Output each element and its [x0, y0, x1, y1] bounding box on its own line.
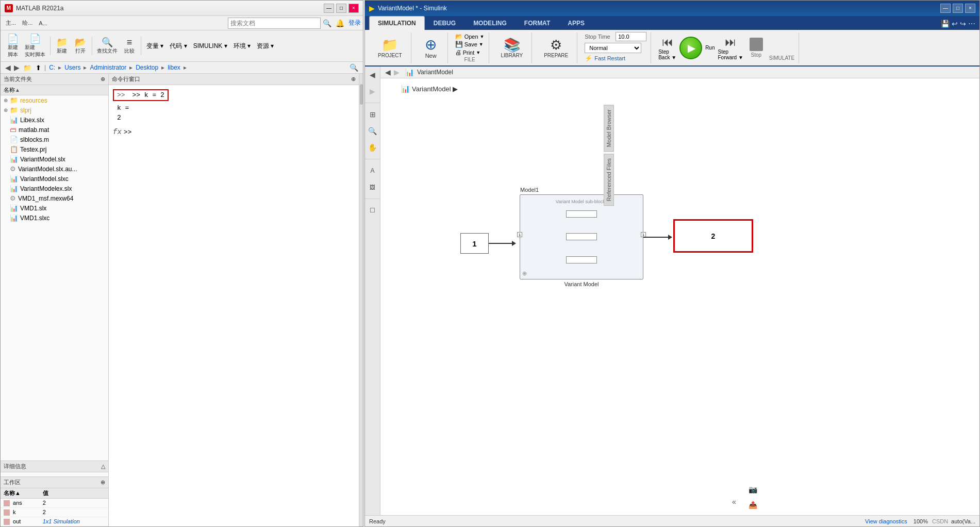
matlab-search-input[interactable] [228, 18, 321, 29]
new-script-btn[interactable]: 📄 新建脚本 [4, 32, 22, 59]
ws-col-value: 值 [40, 488, 108, 499]
file-item-matlab-mat[interactable]: ⊕ 🗃 matlab.mat [1, 125, 108, 135]
nav-libex[interactable]: libex [168, 64, 180, 71]
workspace-expand-btn[interactable]: ⊕ [101, 479, 105, 486]
print-model-btn[interactable]: 🖨 Print ▼ [455, 49, 485, 56]
nav-up-icon[interactable]: ⬆ [36, 64, 41, 72]
nav-forward-btn[interactable]: ▶ [12, 63, 21, 72]
resources-menu[interactable]: 资源 ▾ [254, 42, 277, 51]
matlab-maximize-btn[interactable]: □ [336, 4, 346, 13]
sim-zoom-in-icon[interactable]: 🔍 [367, 125, 379, 137]
open-btn[interactable]: 📂 打开 [71, 36, 90, 56]
run-btn[interactable]: ▶ [679, 37, 702, 59]
view-diagnostics-link[interactable]: View diagnostics [865, 518, 907, 524]
nav-folder-icon[interactable]: 📁 [23, 64, 31, 72]
find-files-btn[interactable]: 🔍 查找文件 [94, 36, 120, 56]
login-btn[interactable]: 登录 [348, 19, 361, 27]
tab-format[interactable]: FORMAT [516, 16, 559, 30]
file-item-variantmodel-slxc[interactable]: ⊕ 📊 VariantModel.slxc [1, 174, 108, 184]
cmd-scroll[interactable] [359, 74, 363, 526]
sim-close-btn[interactable]: × [965, 4, 975, 13]
file-item-variantmodel-au[interactable]: ⊕ ⚙ VariantModel.slx.au... [1, 164, 108, 174]
file-item-libex[interactable]: ⊕ 📊 Libex.slx [1, 115, 108, 125]
sim-save-toolbar-icon[interactable]: 💾 [941, 20, 950, 28]
file-name-variantmodel-au: VariantModel.slx.au... [18, 166, 77, 173]
sim-redo-icon[interactable]: ↪ [960, 20, 966, 28]
bell-icon[interactable]: 🔔 [336, 19, 344, 27]
simulink-body: ◀ ▶ ⊞ 🔍 ✋ A 🖼 ☐ ◀ ▶ 📊 VariantModel [365, 67, 979, 515]
tab-modeling[interactable]: MODELING [464, 16, 516, 30]
sim-image-icon[interactable]: 🖼 [367, 181, 379, 193]
screenshot-icon[interactable]: 📷 [746, 483, 759, 496]
display-block[interactable]: 2 [673, 219, 753, 253]
new-model-btn[interactable]: ⊕ New [419, 35, 443, 61]
file-item-slblocks[interactable]: ⊕ 📄 slblocks.m [1, 135, 108, 144]
library-btn[interactable]: 📚 LIBRARY [496, 35, 528, 61]
sim-pan-icon[interactable]: ✋ [367, 141, 379, 154]
open-model-btn[interactable]: 📂 Open ▼ [455, 33, 485, 40]
menu-draw[interactable]: 绘... [19, 19, 36, 27]
save-model-btn[interactable]: 💾 Save ▼ [455, 41, 485, 48]
file-item-resources[interactable]: ⊕ 📁 resources [1, 95, 108, 105]
var-menu[interactable]: 变量 ▾ [143, 42, 167, 51]
stop-btn[interactable]: Stop [746, 36, 766, 60]
nav-admin[interactable]: Administrator [90, 64, 126, 71]
file-item-variantmodel[interactable]: ⊕ 📊 VariantModel.slx [1, 154, 108, 164]
file-item-slprj[interactable]: ⊕ 📁 slprj [1, 105, 108, 115]
step-back-btn[interactable]: ⏮ StepBack ▼ [658, 36, 676, 60]
file-item-vmd1-mex[interactable]: ⊕ ⚙ VMD1_msf.mexw64 [1, 193, 108, 203]
nav-c-drive[interactable]: C: [49, 64, 55, 71]
matlab-minimize-btn[interactable]: — [324, 4, 334, 13]
matlab-close-btn[interactable]: × [348, 4, 359, 13]
sim-undo-icon[interactable]: ↩ [952, 20, 958, 28]
model1-block[interactable]: Model1 Variant Model sub-blocks 1 1 Vari… [520, 194, 643, 279]
collapse-panel-btn[interactable]: « [732, 498, 736, 506]
new-btn[interactable]: 📁 新建 [53, 36, 71, 56]
file-item-testex[interactable]: ⊕ 📋 Testex.prj [1, 144, 108, 154]
tab-simulation[interactable]: SIMULATION [369, 16, 425, 30]
compare-btn[interactable]: ≡ 比较 [120, 36, 139, 56]
model1-expand-icon[interactable]: ⊕ [522, 270, 527, 277]
nav-search-btn[interactable]: 🔍 [348, 63, 360, 72]
sim-addr-fwd-btn[interactable]: ▶ [392, 68, 401, 76]
cmd-content-area[interactable]: >> >> k = 2 k = 2 fx >> [109, 85, 359, 526]
constant-block[interactable]: 1 [460, 233, 489, 254]
sim-annotation-icon[interactable]: A [367, 164, 379, 177]
bottom-left-icons: 📷 📤 [746, 483, 759, 511]
nav-desktop[interactable]: Desktop [136, 64, 158, 71]
nav-back-btn[interactable]: ◀ [4, 63, 12, 72]
file-item-vmd1-slx[interactable]: ⊕ 📊 VMD1.slx [1, 203, 108, 213]
step-forward-btn[interactable]: ⏭ StepForward ▼ [718, 36, 743, 60]
sim-nav-back-icon[interactable]: ◀ [367, 69, 379, 81]
tab-debug[interactable]: DEBUG [425, 16, 464, 30]
project-btn[interactable]: 📁 PROJECT [373, 35, 407, 61]
fast-restart-row[interactable]: ⚡ Fast Restart [585, 55, 646, 62]
menu-a[interactable]: A... [36, 20, 51, 26]
referenced-files-tab[interactable]: Referenced Files [604, 154, 614, 206]
sim-minimize-btn[interactable]: — [940, 4, 951, 13]
file-item-variantmodelex[interactable]: ⊕ 📊 VariantModelex.slx [1, 184, 108, 193]
file-panel-expand-btn[interactable]: ⊕ [101, 76, 105, 83]
details-expand-btn[interactable]: △ [101, 463, 105, 470]
menu-main[interactable]: 主... [3, 19, 19, 27]
sim-nav-fwd-icon[interactable]: ▶ [367, 85, 379, 97]
code-menu[interactable]: 代码 ▾ [167, 42, 190, 51]
prepare-btn[interactable]: ⚙ PREPARE [539, 35, 573, 61]
sim-more-icon[interactable]: ⋯ [968, 20, 975, 28]
env-menu[interactable]: 环境 ▾ [230, 42, 254, 51]
sim-select-icon[interactable]: ☐ [367, 204, 379, 217]
nav-users[interactable]: Users [64, 64, 80, 71]
stop-time-input[interactable] [616, 32, 646, 41]
sim-addr-back-btn[interactable]: ◀ [384, 68, 392, 76]
new-live-script-btn[interactable]: 📄 新建实时脚本 [22, 32, 48, 59]
sim-zoom-to-fit-icon[interactable]: ⊞ [367, 108, 379, 121]
export-icon[interactable]: 📤 [746, 499, 759, 511]
simulink-menu[interactable]: SIMULINK ▾ [190, 42, 230, 50]
cmd-panel-expand-btn[interactable]: ⊕ [351, 76, 356, 83]
sim-maximize-btn[interactable]: □ [953, 4, 963, 13]
file-item-vmd1-slxc[interactable]: ⊕ 📊 VMD1.slxc [1, 213, 108, 223]
search-icon[interactable]: 🔍 [323, 19, 331, 27]
model-browser-tab[interactable]: Model Browser [604, 105, 614, 152]
simulation-mode-select[interactable]: Normal Accelerator [585, 43, 641, 53]
tab-apps[interactable]: APPS [559, 16, 593, 30]
